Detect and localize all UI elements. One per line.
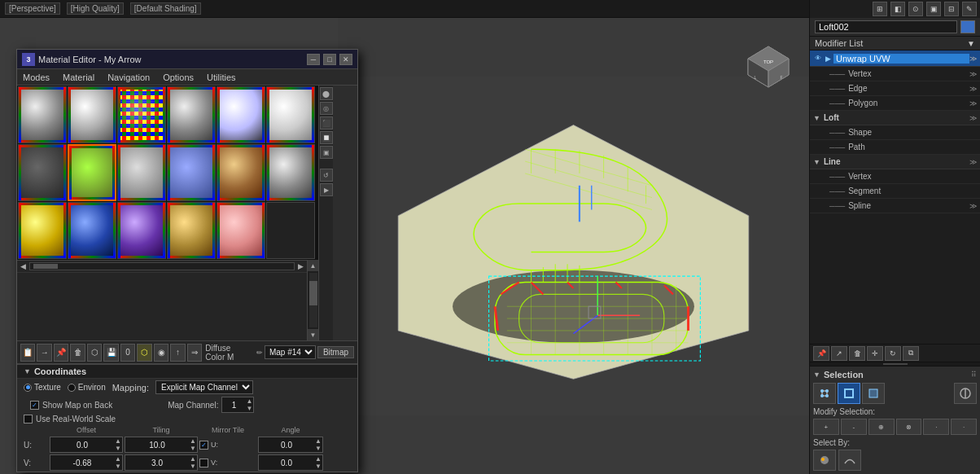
put-to-scene-btn[interactable]: → <box>37 344 51 362</box>
rp-icon-2[interactable]: ◧ <box>890 2 905 16</box>
mat-slot-2[interactable] <box>68 86 116 143</box>
sel-dot-2[interactable]: · <box>951 419 977 435</box>
u-til-dn[interactable]: ▼ <box>189 445 197 452</box>
mat-slot-3[interactable] <box>117 86 166 143</box>
object-name-input[interactable] <box>815 20 957 33</box>
rp-icon-4[interactable]: ▣ <box>926 2 941 16</box>
mod-spline-1[interactable]: ─── Spline ≫ <box>810 199 980 213</box>
sample-type-btn[interactable]: ⬤ <box>320 87 333 100</box>
modifier-list-arrow[interactable]: ▼ <box>967 39 975 48</box>
map-dropdown[interactable]: Map #14 <box>265 345 316 359</box>
rp-icon-1[interactable]: ⊞ <box>873 2 887 16</box>
get-material-btn[interactable]: 📋 <box>20 344 35 362</box>
rp-tool-select[interactable]: ↗ <box>831 346 847 361</box>
env-background-btn[interactable]: 🔲 <box>320 131 333 144</box>
make-unique-btn[interactable]: ⬡ <box>87 344 102 362</box>
v-off-up[interactable]: ▲ <box>114 455 122 463</box>
sel-vertex-btn[interactable] <box>813 383 836 404</box>
rp-tool-pin[interactable]: 📌 <box>813 346 829 361</box>
mirror-v-checkbox[interactable] <box>199 459 208 467</box>
coordinates-section-header[interactable]: ▼ Coordinates <box>17 364 357 379</box>
mat-slot-5[interactable] <box>217 86 265 143</box>
v-til-dn[interactable]: ▼ <box>189 463 197 470</box>
u-til-up[interactable]: ▲ <box>189 437 197 445</box>
go-fwd-btn[interactable]: ⇒ <box>187 344 202 362</box>
shrink-sel-btn[interactable]: - <box>841 419 867 435</box>
mat-slot-7[interactable] <box>18 144 67 201</box>
u-off-dn[interactable]: ▼ <box>114 445 122 452</box>
mat-slot-16[interactable] <box>167 202 216 259</box>
me-restore-btn[interactable]: □ <box>323 54 336 65</box>
u-angle-stepper[interactable]: 0.0 ▲ ▼ <box>258 437 323 453</box>
map-ch-dn[interactable]: ▼ <box>245 405 253 412</box>
sel-by-smooth-btn[interactable] <box>838 450 861 471</box>
me-title-bar[interactable]: 3 Material Editor - My Arrow ─ □ ✕ <box>17 50 357 69</box>
sel-invert-btn[interactable] <box>954 383 977 404</box>
mod-vertex-1[interactable]: ─── Vertex ≫ <box>810 67 980 81</box>
rp-icon-3[interactable]: ⊙ <box>908 2 923 16</box>
viewport-shading[interactable]: [Default Shading] <box>130 2 201 15</box>
mod-vertex-2[interactable]: ─── Vertex <box>810 169 980 184</box>
real-world-checkbox[interactable] <box>24 415 33 424</box>
mat-slot-8[interactable] <box>68 144 116 201</box>
object-color-swatch[interactable] <box>960 20 975 33</box>
texture-radio[interactable]: Texture <box>24 383 61 392</box>
v-offset-stepper[interactable]: -0.68 ▲ ▼ <box>50 454 123 471</box>
grow-sel-btn[interactable]: + <box>813 419 839 435</box>
brush-icon[interactable]: ✏ <box>256 349 263 357</box>
u-tiling-stepper[interactable]: 10.0 ▲ ▼ <box>125 437 198 453</box>
reset-maps-btn[interactable]: 🗑 <box>70 344 85 362</box>
v-off-dn[interactable]: ▼ <box>114 463 122 470</box>
mod-polygon-1[interactable]: ─── Polygon ≫ <box>810 96 980 111</box>
sel-by-color-btn[interactable] <box>813 450 836 471</box>
mat-slot-17[interactable] <box>217 202 265 259</box>
background-btn[interactable]: ⬛ <box>320 116 333 129</box>
show-in-viewport-btn[interactable]: ⬡ <box>137 344 151 362</box>
map-ch-up[interactable]: ▲ <box>245 397 253 405</box>
sel-loop-btn[interactable]: ⊕ <box>868 419 895 435</box>
rp-tool-rotate[interactable]: ↻ <box>885 346 901 361</box>
mat-scrollbar[interactable]: ▲ ▼ <box>307 260 318 340</box>
sel-edge-btn[interactable] <box>838 383 860 404</box>
viewport-quality[interactable]: [High Quality] <box>67 2 124 15</box>
mat-slot-14[interactable] <box>68 202 116 259</box>
map-channel-stepper[interactable]: 1 ▲ ▼ <box>221 397 254 413</box>
put-to-library-btn[interactable]: 💾 <box>103 344 118 362</box>
scroll-up-btn[interactable]: ▲ <box>308 260 319 271</box>
v-til-up[interactable]: ▲ <box>189 455 197 463</box>
mod-edge-1[interactable]: ─── Edge ≫ <box>810 81 980 96</box>
rp-icon-6[interactable]: ✎ <box>962 2 977 16</box>
mat-slot-11[interactable] <box>217 144 265 201</box>
viewport-perspective[interactable]: [Perspective] <box>5 2 60 15</box>
scroll-down-btn[interactable]: ▼ <box>308 329 319 340</box>
rp-tool-move[interactable]: ✛ <box>867 346 883 361</box>
scene-container[interactable]: TOP L F <box>338 18 809 474</box>
mod-line-group[interactable]: ▼ Line ≫ <box>810 155 980 169</box>
assign-btn[interactable]: 📌 <box>54 344 68 362</box>
u-offset-stepper[interactable]: 0.0 ▲ ▼ <box>50 437 123 453</box>
me-close-btn[interactable]: ✕ <box>339 54 352 65</box>
mat-slot-6[interactable] <box>266 86 315 143</box>
material-effects-btn[interactable]: 0 <box>120 344 135 362</box>
mapping-dropdown[interactable]: Explicit Map Channel <box>155 380 253 394</box>
mat-slot-18[interactable] <box>266 202 315 259</box>
rp-icon-5[interactable]: ⊟ <box>944 2 959 16</box>
rp-tool-delete[interactable]: 🗑 <box>849 346 865 361</box>
me-menu-options[interactable]: Options <box>160 72 196 83</box>
mat-slot-15[interactable] <box>117 202 166 259</box>
u-ang-dn[interactable]: ▼ <box>314 445 322 452</box>
mod-segment-1[interactable]: ─── Segment <box>810 184 980 199</box>
mat-slot-13[interactable] <box>18 202 67 259</box>
make-preview-btn[interactable]: ▶ <box>320 183 333 196</box>
selection-header[interactable]: ▼ Selection ⠿ <box>813 370 977 380</box>
mat-slot-4[interactable] <box>167 86 216 143</box>
u-ang-up[interactable]: ▲ <box>314 437 322 445</box>
mat-slot-12[interactable] <box>266 144 315 201</box>
modifier-unwrap-uvw[interactable]: 👁 ▶ Unwrap UVW ≫ <box>810 50 980 67</box>
bitmap-btn[interactable]: Bitmap <box>317 346 354 358</box>
v-ang-dn[interactable]: ▼ <box>314 463 322 470</box>
mat-slot-10[interactable] <box>167 144 216 201</box>
backlight-btn[interactable]: ◎ <box>320 102 333 115</box>
mat-slot-9[interactable] <box>117 144 166 201</box>
mirror-u-checkbox[interactable] <box>199 441 208 450</box>
